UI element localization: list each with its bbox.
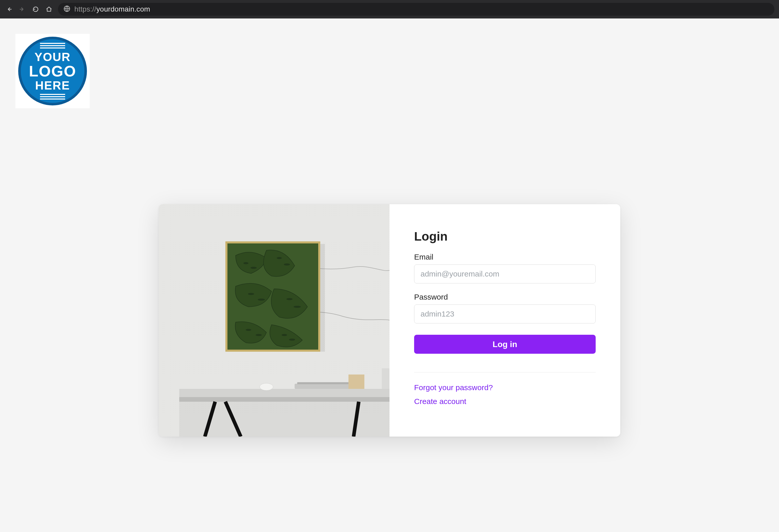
svg-rect-31 (179, 402, 390, 436)
logo-badge: YOUR LOGO HERE (18, 37, 87, 105)
login-title: Login (414, 229, 596, 243)
logo-text-line2: LOGO (29, 62, 76, 80)
create-account-link[interactable]: Create account (414, 397, 596, 406)
svg-point-11 (243, 262, 248, 264)
back-icon[interactable] (5, 5, 13, 14)
password-field-block: Password (414, 293, 596, 323)
email-input[interactable] (414, 264, 596, 284)
globe-icon (64, 5, 70, 13)
svg-point-22 (289, 339, 295, 341)
svg-rect-29 (349, 374, 364, 389)
forward-icon[interactable] (18, 5, 27, 14)
login-illustration (159, 204, 390, 436)
page-body: YOUR LOGO HERE (0, 18, 779, 532)
svg-point-13 (277, 257, 282, 259)
svg-point-19 (246, 329, 251, 331)
svg-rect-24 (179, 389, 390, 397)
svg-rect-23 (320, 244, 325, 352)
logo-text-line1: YOUR (35, 50, 71, 64)
svg-rect-26 (295, 384, 356, 389)
forgot-password-link[interactable]: Forgot your password? (414, 383, 596, 392)
svg-point-12 (250, 267, 257, 269)
svg-point-21 (282, 334, 287, 336)
brand-logo: YOUR LOGO HERE (15, 34, 90, 108)
svg-point-15 (248, 293, 254, 295)
password-label: Password (414, 293, 596, 301)
svg-point-20 (256, 334, 262, 336)
url-text: https://yourdomain.com (74, 5, 150, 13)
divider (414, 372, 596, 372)
email-label: Email (414, 253, 596, 261)
svg-point-17 (286, 298, 293, 300)
svg-rect-30 (382, 368, 390, 389)
login-form: Login Email Password Log in Forgot your … (390, 204, 620, 436)
browser-toolbar: https://yourdomain.com (0, 0, 779, 18)
svg-point-14 (284, 263, 290, 265)
login-button[interactable]: Log in (414, 335, 596, 354)
svg-point-28 (260, 383, 273, 391)
svg-rect-25 (179, 397, 390, 402)
email-field-block: Email (414, 253, 596, 284)
login-card: Login Email Password Log in Forgot your … (159, 204, 620, 436)
svg-rect-27 (297, 382, 354, 384)
svg-point-16 (258, 299, 265, 301)
url-bar[interactable]: https://yourdomain.com (58, 3, 774, 16)
home-icon[interactable] (45, 5, 53, 14)
password-input[interactable] (414, 304, 596, 323)
svg-point-18 (294, 306, 301, 308)
logo-text-line3: HERE (35, 78, 70, 92)
reload-icon[interactable] (31, 5, 40, 14)
